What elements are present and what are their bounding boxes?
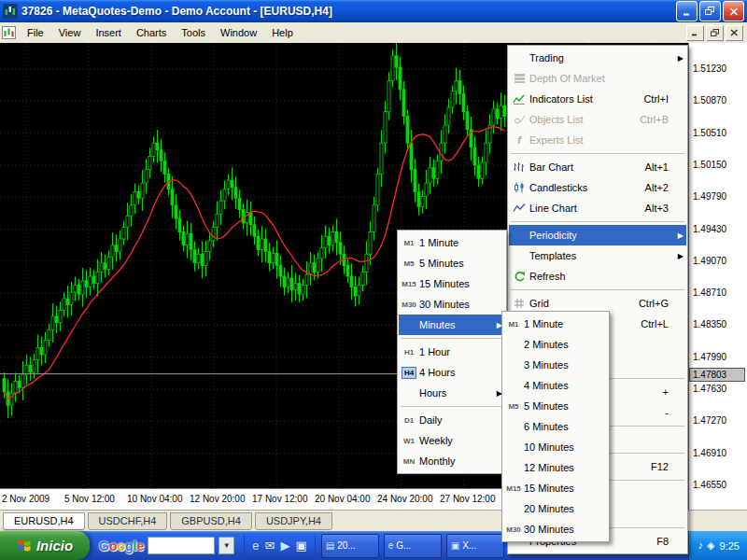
menu-item-shortcut: F8: [656, 536, 671, 547]
menu-item-line-chart[interactable]: Line ChartAlt+3: [509, 198, 686, 218]
periodicity-submenu: M11 MinuteM55 MinutesM1515 MinutesM3030 …: [397, 230, 507, 474]
show-desktop-icon[interactable]: ▣: [295, 539, 306, 553]
menu-item-4-minutes[interactable]: 4 Minutes: [503, 375, 608, 396]
menu-item-hours[interactable]: Hours▶: [399, 383, 505, 403]
menu-icon-none: [503, 377, 524, 394]
menu-item-label: 1 Minute: [524, 318, 593, 329]
menu-item-templates[interactable]: Templates▶: [509, 245, 686, 266]
menu-item-1-hour[interactable]: H11 Hour: [399, 342, 505, 362]
menu-item-label: Minutes: [419, 319, 490, 330]
menu-item-4-hours[interactable]: H44 Hours: [399, 362, 505, 383]
menu-item-30-minutes[interactable]: M3030 Minutes: [399, 294, 505, 315]
menu-item-objects-list[interactable]: Objects ListCtrl+B: [509, 109, 686, 130]
menu-item-15-minutes[interactable]: M1515 Minutes: [399, 273, 505, 294]
taskbar-button-1[interactable]: ▤20...: [321, 534, 379, 558]
volume-icon[interactable]: ♪: [698, 539, 704, 552]
menu-item-6-minutes[interactable]: 6 Minutes: [503, 416, 608, 437]
mdi-restore-button[interactable]: [706, 25, 724, 41]
menu-item-candlesticks[interactable]: CandlesticksAlt+2: [509, 177, 686, 198]
internet-explorer-icon[interactable]: e: [252, 539, 259, 553]
menu-item-1-minute[interactable]: M11 Minute: [503, 314, 608, 334]
menu-item-5-minutes[interactable]: M55 Minutes: [399, 253, 505, 273]
menu-icon-none: [503, 500, 524, 517]
menu-icon-none: [503, 459, 524, 476]
menu-item-30-minutes[interactable]: M3030 Minutes: [503, 519, 608, 539]
menu-item-indicators-list[interactable]: Indicators ListCtrl+I: [509, 89, 686, 109]
mdi-minimize-button[interactable]: [686, 25, 704, 41]
menu-item-periodicity[interactable]: Periodicity▶: [509, 225, 686, 245]
menu-item-20-minutes[interactable]: 20 Minutes: [503, 498, 608, 519]
menu-item-label: Trading: [529, 52, 671, 63]
menu-item-12-minutes[interactable]: 12 Minutes: [503, 457, 608, 478]
google-logo-letter: G: [99, 539, 109, 553]
taskbar-button-2[interactable]: eG...: [384, 534, 442, 558]
menu-item-daily[interactable]: D1Daily: [399, 410, 505, 430]
outlook-express-icon[interactable]: ✉: [265, 539, 275, 553]
menu-icon-none: [399, 385, 419, 401]
price-scale-label: 1.50510: [693, 128, 726, 139]
menu-item-weekly[interactable]: W1Weekly: [399, 430, 505, 451]
period-icon-m15: M15: [399, 275, 419, 292]
google-logo-letter: g: [125, 539, 134, 553]
menu-icon-none: [503, 336, 524, 353]
menu-item-label: Experts List: [529, 134, 671, 146]
time-axis-label: 20 Nov 04:00: [315, 494, 371, 504]
taskbar-button-3[interactable]: ▣X...: [446, 534, 504, 558]
minimize-button[interactable]: [676, 1, 698, 21]
menubar-item-help[interactable]: Help: [264, 24, 301, 41]
menu-item-trading[interactable]: Trading▶: [509, 48, 686, 68]
menu-item-10-minutes[interactable]: 10 Minutes: [503, 437, 608, 457]
menu-icon-none: [509, 247, 529, 264]
menu-item-label: 15 Minutes: [524, 483, 593, 494]
menu-item-depth-of-market[interactable]: Depth Of Market: [509, 68, 686, 89]
google-search-input[interactable]: [148, 537, 215, 554]
experts-list-icon: f: [509, 132, 529, 148]
period-icon-h1: H1: [399, 343, 419, 360]
menu-item-minutes[interactable]: Minutes▶: [399, 315, 505, 335]
menubar-item-charts[interactable]: Charts: [129, 24, 174, 41]
current-price-box: 1.47803: [689, 368, 745, 382]
menubar-item-file[interactable]: File: [20, 24, 51, 41]
google-search-button[interactable]: ▼: [218, 537, 234, 554]
close-button[interactable]: [723, 1, 744, 21]
menu-item-2-minutes[interactable]: 2 Minutes: [503, 334, 608, 355]
menu-item-15-minutes[interactable]: M1515 Minutes: [503, 478, 608, 498]
menu-item-monthly[interactable]: MNMonthly: [399, 451, 505, 471]
start-button[interactable]: Inicio: [0, 531, 90, 560]
menubar-item-insert[interactable]: Insert: [88, 24, 129, 41]
period-icon-m1: M1: [503, 315, 524, 332]
menu-item-1-minute[interactable]: M11 Minute: [399, 232, 505, 253]
menu-item-experts-list[interactable]: fExperts List: [509, 130, 686, 150]
menubar-item-view[interactable]: View: [51, 24, 89, 41]
taskbar-clock[interactable]: 9:25: [720, 540, 740, 552]
price-scale[interactable]: 1.512301.508701.505101.501501.497901.494…: [688, 43, 747, 510]
period-icon-h4: H4: [399, 364, 419, 381]
menubar-item-window[interactable]: Window: [213, 24, 264, 41]
chart-tab-gbpusd-h4[interactable]: GBPUSD,H4: [170, 512, 252, 530]
menu-item-bar-chart[interactable]: Bar ChartAlt+1: [509, 157, 686, 177]
menu-item-label: Refresh: [529, 271, 671, 282]
metatrader-window: 37826 - MetaQuotes-Demo - Demo Account -…: [0, 0, 747, 560]
mdi-close-button[interactable]: [726, 25, 743, 41]
chart-tab-usdjpy-h4[interactable]: USDJPY,H4: [255, 512, 332, 530]
chart-tab-usdchf-h4[interactable]: USDCHF,H4: [88, 512, 168, 530]
menu-item-3-minutes[interactable]: 3 Minutes: [503, 355, 608, 375]
time-axis-label: 10 Nov 04:00: [127, 494, 183, 504]
chart-tab-eurusd-h4[interactable]: EURUSD,H4: [3, 512, 85, 530]
media-player-icon[interactable]: ▶: [280, 539, 289, 553]
submenu-arrow-icon: ▶: [671, 252, 686, 260]
menu-item-label: 15 Minutes: [419, 278, 490, 289]
chart-window-icon: [2, 25, 18, 40]
objects-list-icon: [509, 111, 529, 128]
menu-item-5-minutes[interactable]: M55 Minutes: [503, 396, 608, 416]
menu-item-shortcut: Ctrl+L: [641, 318, 671, 329]
candlesticks-icon: [509, 179, 529, 196]
network-icon[interactable]: ◈: [707, 539, 714, 552]
menu-item-shortcut: Alt+1: [645, 161, 671, 173]
menubar-item-tools[interactable]: Tools: [174, 24, 213, 41]
menu-item-label: Candlesticks: [529, 182, 645, 193]
price-scale-label: 1.51230: [693, 63, 726, 75]
price-scale-label: 1.46550: [693, 480, 726, 491]
restore-button[interactable]: [699, 1, 721, 21]
menu-item-refresh[interactable]: Refresh: [509, 266, 686, 287]
